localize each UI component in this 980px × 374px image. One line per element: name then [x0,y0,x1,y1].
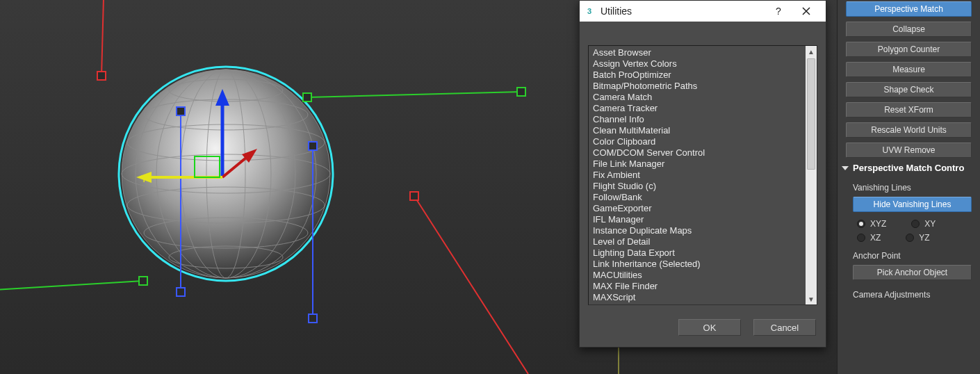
radio-xz[interactable]: XZ [857,233,881,243]
list-item[interactable]: Lighting Data Export [593,247,801,259]
rescale-world-units-button[interactable]: Rescale World Units [846,122,972,138]
list-item[interactable]: Clean MultiMaterial [593,125,801,136]
list-item[interactable]: Link Inheritance (Selected) [593,259,801,270]
list-item[interactable]: GameExporter [593,203,801,214]
svg-line-16 [414,196,528,374]
rollout-header[interactable]: Perspective Match Contro [838,163,980,173]
rollout-title: Perspective Match Contro [853,163,964,173]
list-item[interactable]: Batch ProOptimizer [593,70,801,81]
scroll-down-icon[interactable]: ▼ [806,293,817,304]
list-item[interactable]: Level of Detail [593,236,801,247]
anchor-point-label: Anchor Point [853,251,972,261]
list-item[interactable]: MACUtilities [593,270,801,281]
radio-xyz[interactable]: XYZ [857,219,886,229]
list-item[interactable]: Follow/Bank [593,192,801,203]
radio-xy[interactable]: XY [911,219,936,229]
svg-rect-19 [139,277,147,285]
dialog-title: Utilities [601,6,765,17]
close-icon[interactable] [792,1,820,22]
svg-rect-24 [177,107,185,115]
app-icon: 3 [584,6,595,17]
help-icon[interactable]: ? [765,1,792,22]
radio-dot-icon [911,220,920,228]
camera-adjustments-label: Camera Adjustments [853,290,972,300]
polygon-counter-button[interactable]: Polygon Counter [846,42,972,57]
list-item[interactable]: COM/DCOM Server Control [593,147,801,158]
radio-label: XYZ [870,219,886,229]
svg-rect-27 [309,142,317,150]
cancel-button[interactable]: Cancel [753,319,816,336]
command-panel: Perspective MatchCollapsePolygon Counter… [837,0,980,374]
list-item[interactable]: Assign Vertex Colors [593,58,801,70]
list-item[interactable]: Instance Duplicate Maps [593,225,801,236]
list-item[interactable]: IFL Manager [593,214,801,225]
dialog-titlebar[interactable]: 3 Utilities ? [580,1,826,22]
svg-rect-15 [97,72,106,80]
svg-rect-17 [410,192,418,200]
svg-line-20 [307,92,521,97]
svg-line-18 [0,281,143,290]
perspective-match-button[interactable]: Perspective Match [846,1,972,17]
hide-vanishing-lines-button[interactable]: Hide Vanishing Lines [853,197,972,212]
radio-dot-icon [857,234,865,242]
list-item[interactable]: Flight Studio (c) [593,181,801,192]
reset-xform-button[interactable]: Reset XForm [846,102,972,117]
list-item[interactable]: Bitmap/Photometric Paths [593,81,801,92]
svg-rect-22 [517,88,525,96]
list-item[interactable]: Fix Ambient [593,170,801,181]
radio-dot-icon [857,220,865,228]
utility-listbox[interactable]: Asset BrowserAssign Vertex ColorsBatch P… [588,45,817,305]
ok-button[interactable]: OK [678,319,741,336]
uvw-remove-button[interactable]: UVW Remove [846,143,972,158]
svg-line-14 [101,0,104,76]
utilities-dialog: 3 Utilities ? Asset BrowserAssign Vertex… [579,0,826,348]
collapse-button[interactable]: Collapse [846,22,972,37]
viewport[interactable]: Y [0,0,980,374]
list-item[interactable]: Camera Match [593,92,801,103]
vanishing-lines-label: Vanishing Lines [853,183,972,193]
shape-check-button[interactable]: Shape Check [846,82,972,97]
list-item[interactable]: Motion Capture [593,303,801,305]
radio-label: YZ [919,233,929,243]
svg-rect-21 [303,93,311,101]
list-item[interactable]: Color Clipboard [593,136,801,147]
svg-rect-28 [309,314,317,323]
list-item[interactable]: Asset Browser [593,47,801,58]
list-item[interactable]: File Link Manager [593,158,801,170]
list-item[interactable]: MAXScript [593,292,801,303]
listbox-scrollbar[interactable]: ▲ ▼ [806,46,817,304]
list-item[interactable]: Channel Info [593,114,801,125]
measure-button[interactable]: Measure [846,62,972,77]
svg-text:Y: Y [141,173,147,184]
list-item[interactable]: MAX File Finder [593,281,801,292]
radio-dot-icon [906,234,914,242]
scroll-thumb[interactable] [807,58,815,170]
radio-label: XZ [870,233,881,243]
svg-rect-25 [177,288,185,296]
radio-yz[interactable]: YZ [906,233,929,243]
radio-label: XY [924,219,936,229]
list-item[interactable]: Camera Tracker [593,103,801,114]
scroll-up-icon[interactable]: ▲ [806,46,817,57]
pick-anchor-object-button[interactable]: Pick Anchor Object [853,265,972,280]
chevron-down-icon [842,166,849,170]
